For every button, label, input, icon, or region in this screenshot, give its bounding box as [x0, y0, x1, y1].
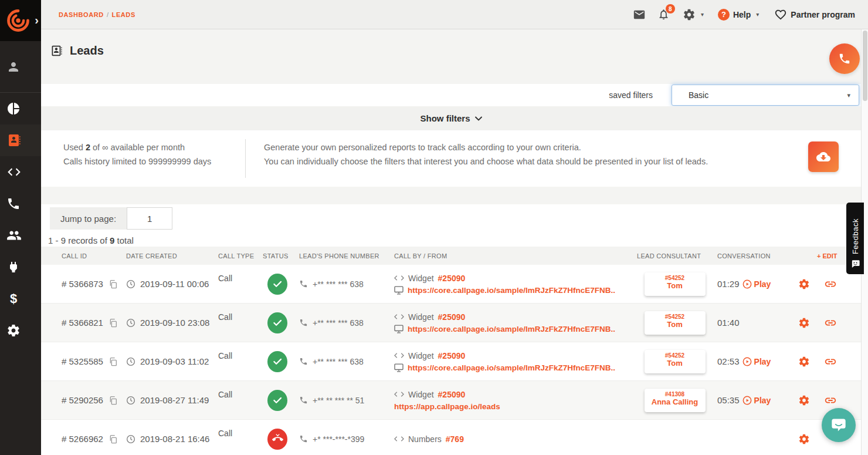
- source-id-link[interactable]: #25090: [438, 351, 466, 360]
- row-settings-button[interactable]: [798, 278, 810, 290]
- app-logo[interactable]: ›: [0, 0, 41, 41]
- table-header-row: CALL ID DATE CREATED CALL TYPE STATUS LE…: [41, 247, 861, 265]
- lead-phone-number: +** *** *** 638: [313, 279, 364, 289]
- row-settings-button[interactable]: [798, 433, 810, 445]
- conversation-cell: 01:29 Play: [717, 279, 791, 289]
- row-link-button[interactable]: [824, 316, 837, 329]
- consultant-card[interactable]: #54252 Tom: [645, 311, 706, 335]
- heart-icon: [774, 8, 787, 21]
- call-id: # 5325585: [62, 356, 103, 366]
- source-id-link[interactable]: #25090: [438, 312, 466, 322]
- copy-icon[interactable]: [108, 279, 118, 289]
- clock-icon: [126, 318, 135, 328]
- sidebar-item-integrations[interactable]: [0, 251, 41, 283]
- source-url-link[interactable]: https://core.callpage.io/sample/ImRJzFkZ…: [408, 286, 615, 295]
- source-id-link[interactable]: #25090: [438, 274, 466, 283]
- feedback-tab[interactable]: Feedback: [846, 203, 864, 274]
- download-report-button[interactable]: [808, 141, 839, 172]
- dollar-icon: $: [6, 291, 21, 306]
- consultant-card[interactable]: #54252 Tom: [645, 350, 706, 373]
- table-row: # 5366873 2019-09-11 00:06 Call +** *** …: [41, 265, 861, 304]
- scrollbar-thumb[interactable]: [863, 31, 867, 101]
- col-lead-consultant[interactable]: LEAD CONSULTANT: [632, 252, 717, 259]
- selected-filter-value: Basic: [689, 90, 708, 100]
- link-icon: [824, 316, 837, 329]
- code-icon: [394, 390, 404, 398]
- breadcrumb-leads[interactable]: LEADS: [112, 11, 135, 18]
- row-settings-button[interactable]: [798, 317, 810, 329]
- call-fab-button[interactable]: [829, 43, 860, 74]
- source-url-link[interactable]: https://core.callpage.io/sample/ImRJzFkZ…: [408, 325, 615, 333]
- breadcrumb-separator: /: [107, 11, 109, 18]
- settings-menu-button[interactable]: [683, 8, 696, 21]
- copy-icon[interactable]: [108, 318, 118, 328]
- sidebar-item-calls[interactable]: [0, 188, 41, 220]
- row-link-button[interactable]: [824, 394, 837, 407]
- source-url-link[interactable]: https://core.callpage.io/sample/ImRJzFkZ…: [408, 363, 615, 372]
- consultant-card[interactable]: #54252 Tom: [645, 272, 706, 296]
- help-menu[interactable]: ? Help ▾: [718, 9, 759, 21]
- play-button[interactable]: Play: [742, 396, 771, 405]
- col-conversation[interactable]: CONVERSATION: [717, 252, 791, 259]
- consultant-id: #54252: [646, 352, 704, 359]
- conversation-cell: 05:35 Play: [717, 395, 791, 405]
- gear-icon: [798, 433, 810, 445]
- play-button[interactable]: Play: [742, 279, 771, 289]
- lead-phone-number: +** *** *** 638: [313, 357, 364, 366]
- page-number-input[interactable]: [127, 207, 172, 230]
- notifications-button[interactable]: 8: [657, 8, 670, 21]
- sidebar-item-billing[interactable]: $: [0, 283, 41, 315]
- conversation-duration: 01:29: [717, 279, 740, 289]
- date-created: 2019-08-21 16:46: [140, 434, 209, 444]
- gear-icon: [798, 317, 810, 329]
- sidebar-item-profile[interactable]: [0, 41, 41, 93]
- play-button[interactable]: Play: [742, 357, 771, 366]
- breadcrumb-dashboard[interactable]: DASHBOARD: [59, 11, 104, 18]
- copy-icon[interactable]: [108, 396, 118, 405]
- col-date-created[interactable]: DATE CREATED: [126, 252, 218, 259]
- sidebar-expand-chevron[interactable]: ›: [35, 14, 39, 27]
- feedback-bubble-icon: [850, 259, 860, 269]
- sidebar-item-team[interactable]: [0, 220, 41, 251]
- sidebar-item-settings[interactable]: [0, 315, 41, 346]
- source-type: Widget: [408, 351, 434, 360]
- play-icon: [742, 396, 752, 405]
- row-link-button[interactable]: [824, 278, 837, 291]
- call-type: Call: [218, 274, 232, 283]
- chat-launcher-button[interactable]: [822, 408, 856, 442]
- check-icon: [272, 356, 283, 367]
- source-id-link[interactable]: #769: [446, 434, 464, 444]
- edit-columns-button[interactable]: + EDIT: [817, 252, 843, 259]
- call-type: Call: [218, 390, 232, 399]
- row-settings-button[interactable]: [798, 356, 810, 368]
- sidebar-item-analytics[interactable]: [0, 93, 41, 124]
- monitor-icon: [394, 286, 404, 295]
- reports-description-line1: Generate your own personalized reports t…: [264, 140, 708, 154]
- col-call-type[interactable]: CALL TYPE: [218, 252, 263, 259]
- topbar: DASHBOARD/LEADS 8 ▾ ? Help ▾ Partner pro…: [41, 0, 868, 29]
- play-icon: [742, 357, 752, 366]
- row-link-button[interactable]: [824, 355, 837, 368]
- partner-program-link[interactable]: Partner program: [774, 8, 855, 21]
- sidebar-item-widgets[interactable]: [0, 156, 41, 188]
- chevron-down-icon[interactable]: ▾: [701, 11, 704, 18]
- col-call-id[interactable]: CALL ID: [62, 252, 126, 259]
- col-status[interactable]: STATUS: [263, 252, 299, 259]
- consultant-card[interactable]: #41308 Anna Calling: [645, 389, 706, 412]
- col-call-by-from[interactable]: CALL BY / FROM: [394, 252, 632, 259]
- sidebar-item-leads[interactable]: [0, 124, 41, 156]
- mail-button[interactable]: [633, 8, 646, 21]
- missed-call-icon: [272, 433, 283, 444]
- row-settings-button[interactable]: [798, 395, 810, 406]
- status-icon: [267, 390, 287, 411]
- lead-phone-number: +* ***-***-*399: [313, 434, 364, 444]
- history-line: Calls history limited to 999999999 days: [63, 154, 211, 168]
- show-filters-toggle[interactable]: Show filters: [41, 106, 861, 130]
- col-phone[interactable]: LEAD'S PHONE NUMBER: [299, 252, 394, 259]
- copy-icon[interactable]: [108, 357, 118, 366]
- saved-filter-select[interactable]: Basic ▾: [672, 85, 859, 106]
- source-url-link[interactable]: https://app.callpage.io/leads: [394, 402, 500, 411]
- copy-icon[interactable]: [108, 434, 118, 444]
- main-content: Leads saved filters Basic ▾ Show filters…: [41, 29, 861, 455]
- source-id-link[interactable]: #25090: [438, 390, 466, 399]
